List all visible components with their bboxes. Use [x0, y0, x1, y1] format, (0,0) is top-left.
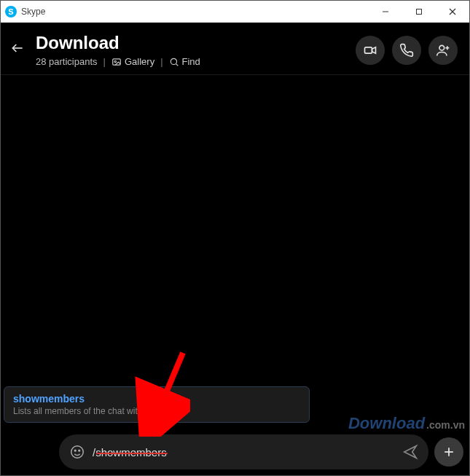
suggestion-command: showmembers — [13, 393, 300, 405]
emoji-button[interactable] — [69, 444, 85, 460]
plus-icon — [442, 445, 456, 459]
command-suggestion[interactable]: showmembers Lists all members of the cha… — [4, 386, 310, 423]
svg-rect-1 — [417, 9, 422, 14]
chat-area: showmembers Lists all members of the cha… — [1, 75, 469, 475]
separator: | — [103, 56, 106, 67]
skype-logo-icon: S — [5, 6, 17, 17]
message-composer — [59, 434, 428, 469]
chat-subline: 28 participants | Gallery | Find — [36, 56, 356, 67]
svg-point-11 — [439, 45, 444, 50]
phone-icon — [399, 43, 414, 58]
svg-point-15 — [74, 450, 76, 451]
emoji-icon — [69, 444, 85, 460]
participants-count[interactable]: 28 participants — [36, 56, 98, 67]
svg-point-14 — [71, 446, 84, 459]
find-label: Find — [182, 56, 200, 67]
header-info: Download 28 participants | Gallery | Fin… — [36, 33, 356, 67]
input-wrap — [93, 446, 395, 459]
video-icon — [363, 43, 377, 58]
header-actions — [356, 36, 458, 65]
send-icon — [402, 444, 418, 460]
minimize-button[interactable] — [369, 1, 402, 22]
close-button[interactable] — [436, 1, 469, 22]
attach-button[interactable] — [434, 437, 463, 467]
chat-header: Download 28 participants | Gallery | Fin… — [1, 23, 469, 74]
gallery-icon — [111, 57, 122, 67]
svg-point-16 — [79, 450, 80, 451]
find-link[interactable]: Find — [169, 56, 200, 67]
gallery-link[interactable]: Gallery — [111, 56, 154, 67]
search-icon — [169, 57, 179, 67]
composer-row — [1, 434, 469, 469]
add-user-icon — [436, 43, 450, 58]
window-controls — [369, 1, 469, 22]
gallery-label: Gallery — [125, 56, 154, 67]
svg-marker-10 — [372, 47, 376, 53]
send-button[interactable] — [402, 444, 418, 460]
watermark-brand: Download — [348, 414, 425, 433]
back-button[interactable] — [9, 40, 26, 56]
maximize-button[interactable] — [402, 1, 436, 22]
spellcheck-underline — [96, 453, 168, 454]
svg-point-7 — [171, 58, 176, 64]
separator: | — [160, 56, 162, 67]
add-people-button[interactable] — [428, 36, 458, 65]
window-title: Skype — [21, 7, 45, 17]
svg-point-6 — [114, 61, 116, 62]
audio-call-button[interactable] — [392, 36, 421, 65]
chat-title: Download — [36, 33, 356, 53]
app-body: Download 28 participants | Gallery | Fin… — [1, 23, 469, 475]
video-call-button[interactable] — [356, 36, 385, 65]
svg-rect-9 — [365, 47, 372, 53]
svg-line-8 — [176, 63, 178, 66]
titlebar: S Skype — [1, 1, 469, 23]
app-window: S Skype Download — [0, 0, 470, 476]
watermark-suffix: .com.vn — [426, 419, 465, 431]
suggestion-description: Lists all members of the chat with their… — [13, 406, 300, 416]
watermark: Download .com.vn — [348, 414, 465, 433]
